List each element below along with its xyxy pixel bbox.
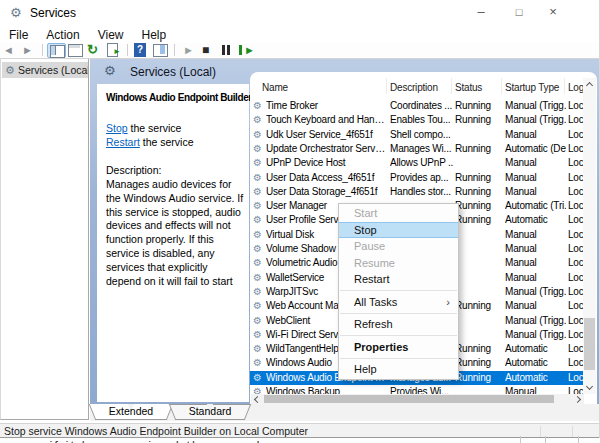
logon-cell: Loc <box>568 256 584 270</box>
scroll-up-icon[interactable] <box>586 82 593 89</box>
stop-service-icon[interactable] <box>198 43 217 58</box>
logon-cell: Loc <box>568 213 584 227</box>
service-row-user-data-access-4f651f[interactable]: ⚙User Data Access_4f651fProvides ap...Ru… <box>250 171 584 185</box>
context-menu-item-label: Refresh <box>354 318 393 330</box>
name-cell: User Data Access_4f651f <box>266 171 386 185</box>
services-window: ⚙ Services – □ × FileActionViewHelp ⚙Ser… <box>0 0 600 443</box>
status-cell: Running <box>455 356 500 370</box>
show-console-tree-icon[interactable] <box>47 43 66 58</box>
column-divider[interactable] <box>386 78 387 94</box>
context-menu-item-label: Resume <box>354 257 395 269</box>
properties-window-icon[interactable] <box>66 43 85 58</box>
context-menu-stop[interactable]: Stop <box>339 222 458 239</box>
background-page-strip: e see if it has regained the sound <box>0 438 600 443</box>
tab-strip: ExtendedStandard <box>90 404 600 421</box>
service-row-touch-keyboard-and-handw[interactable]: ⚙Touch Keyboard and Handw...Enables Tou.… <box>250 113 584 127</box>
service-gear-icon: ⚙ <box>253 228 262 242</box>
help-icon[interactable] <box>132 43 151 58</box>
context-menu-item-label: Help <box>354 363 377 375</box>
service-row-upnp-device-host[interactable]: ⚙UPnP Device HostAllows UPnP ...ManualLo… <box>250 156 584 170</box>
vertical-scrollbar-thumb[interactable] <box>584 318 595 370</box>
restart-service-link[interactable]: Restart <box>106 136 140 148</box>
submenu-arrow-icon: › <box>446 294 450 311</box>
tree-item-services-local[interactable]: ⚙Services (Local) <box>2 62 88 78</box>
service-gear-icon: ⚙ <box>253 299 262 313</box>
export-list-icon[interactable] <box>104 43 123 58</box>
tab-extended[interactable]: Extended <box>92 404 170 420</box>
column-divider[interactable] <box>501 78 502 94</box>
startup-cell: Manual <box>505 156 566 170</box>
start-service-icon[interactable] <box>179 43 198 58</box>
maximize-button[interactable]: □ <box>504 2 534 22</box>
back-icon[interactable] <box>0 43 19 58</box>
menu-action[interactable]: Action <box>37 26 88 44</box>
close-button[interactable]: × <box>538 2 568 22</box>
logon-cell: Loc <box>568 285 584 299</box>
status-cell: Running <box>455 371 500 385</box>
forward-icon[interactable] <box>19 43 38 58</box>
logon-cell: Loc <box>568 328 584 342</box>
menu-file[interactable]: File <box>0 26 37 44</box>
startup-cell: Manual <box>505 242 566 256</box>
context-menu-all-tasks[interactable]: All Tasks› <box>339 294 458 311</box>
column-divider[interactable] <box>451 78 452 94</box>
column-header-description[interactable]: Description <box>390 82 450 93</box>
context-menu-restart[interactable]: Restart <box>339 271 458 288</box>
context-menu-separator <box>340 358 457 359</box>
service-row-udk-user-service-4f651f[interactable]: ⚙Udk User Service_4f651fShell compo...Ma… <box>250 128 584 142</box>
pause-service-icon[interactable] <box>217 43 236 58</box>
desc-cell: Shell compo... <box>390 128 453 142</box>
status-bar-divider <box>572 426 573 437</box>
tab-label: Extended <box>92 405 170 417</box>
startup-cell: Automatic <box>505 213 566 227</box>
desc-cell: Manages Wi... <box>390 142 453 156</box>
context-menu-start[interactable]: Start <box>339 205 458 222</box>
service-gear-icon: ⚙ <box>253 256 262 270</box>
minimize-button[interactable]: – <box>466 2 496 22</box>
column-divider[interactable] <box>564 78 565 94</box>
column-header-status[interactable]: Status <box>455 82 500 93</box>
service-gear-icon: ⚙ <box>253 128 262 142</box>
column-header-startup-type[interactable]: Startup Type <box>505 82 565 93</box>
scroll-left-icon[interactable] <box>254 396 261 403</box>
refresh-icon[interactable] <box>85 43 104 58</box>
context-menu-refresh[interactable]: Refresh <box>339 316 458 333</box>
status-cell: Running <box>455 342 500 356</box>
horizontal-scrollbar-thumb[interactable] <box>264 395 554 403</box>
menu-help[interactable]: Help <box>133 26 176 44</box>
scroll-right-icon[interactable] <box>574 396 581 403</box>
status-cell: Running <box>455 213 500 227</box>
tab-standard[interactable]: Standard <box>172 404 248 420</box>
startup-cell: Manual (Trigg... <box>505 314 566 328</box>
context-menu-help[interactable]: Help <box>339 361 458 378</box>
service-row-user-data-storage-4f651f[interactable]: ⚙User Data Storage_4f651fHandles stor...… <box>250 185 584 199</box>
context-menu-resume[interactable]: Resume <box>339 255 458 272</box>
stop-service-link[interactable]: Stop <box>106 122 128 134</box>
column-header-log-on-as[interactable]: Log On As <box>568 82 583 93</box>
service-row-time-broker[interactable]: ⚙Time BrokerCoordinates ...RunningManual… <box>250 99 584 113</box>
service-gear-icon: ⚙ <box>253 242 262 256</box>
vertical-scrollbar[interactable] <box>583 78 596 394</box>
scroll-down-icon[interactable] <box>586 383 593 390</box>
context-menu-item-label: Stop <box>354 224 377 236</box>
context-menu-separator <box>340 313 457 314</box>
startup-cell: Manual <box>505 171 566 185</box>
status-cell: Running <box>455 99 500 113</box>
desc-cell: Handles stor... <box>390 185 453 199</box>
context-menu-pause[interactable]: Pause <box>339 238 458 255</box>
logon-cell: Loc <box>568 228 584 242</box>
service-gear-icon: ⚙ <box>253 342 262 356</box>
title-bar[interactable]: ⚙ Services – □ × <box>0 0 600 26</box>
horizontal-scrollbar[interactable] <box>251 394 584 404</box>
service-row-update-orchestrator-service[interactable]: ⚙Update Orchestrator ServiceManages Wi..… <box>250 142 584 156</box>
service-gear-icon: ⚙ <box>253 156 262 170</box>
logon-cell: Loc <box>568 142 584 156</box>
startup-cell: Manual <box>505 128 566 142</box>
column-header-name[interactable]: Name <box>262 82 382 93</box>
restart-service-icon[interactable] <box>236 43 255 58</box>
name-cell: UPnP Device Host <box>266 156 386 170</box>
context-menu-properties[interactable]: Properties <box>339 339 458 356</box>
service-gear-icon: ⚙ <box>253 328 262 342</box>
show-action-pane-icon[interactable] <box>151 43 170 58</box>
context-menu-item-label: Restart <box>354 273 389 285</box>
